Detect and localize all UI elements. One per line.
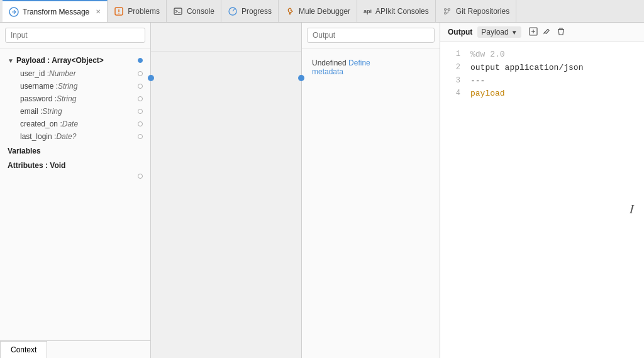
tab-apikit-consoles[interactable]: api APIkit Consoles (357, 0, 436, 23)
console-icon (173, 6, 183, 16)
main-layout: ▼ Payload : Array<Object> user_id : Numb… (0, 23, 644, 358)
tree-child-password: password : String (0, 92, 150, 105)
payload-label: Payload (481, 28, 508, 36)
define-link[interactable]: Define (348, 59, 370, 67)
field-type-email: String (42, 107, 62, 116)
svg-point-8 (448, 8, 450, 10)
delete-icon[interactable] (557, 27, 565, 38)
field-name-last_login: last_login : (20, 132, 56, 141)
tab-problems-label: Problems (128, 7, 160, 16)
payload-badge[interactable]: Payload ▼ (477, 26, 521, 38)
connector-area (151, 52, 301, 358)
tab-progress-label: Progress (242, 7, 272, 16)
undefined-section: Undefined Define metadata (302, 48, 440, 86)
tab-console[interactable]: Console (167, 0, 221, 23)
connector-dot-user_id (138, 71, 143, 76)
payload-dropdown-icon: ▼ (511, 29, 518, 36)
tab-git-repositories[interactable]: Git Repositories (436, 0, 516, 23)
middle-panel (151, 23, 302, 358)
line-content-2: output application/json (470, 62, 583, 75)
tab-mule-debugger-label: Mule Debugger (299, 7, 350, 16)
line-num-2: 2 (450, 62, 460, 75)
connector-dot-root (138, 58, 143, 63)
field-type-password: String (57, 94, 76, 103)
undefined-text: Undefined (312, 59, 347, 67)
tab-problems[interactable]: Problems (108, 0, 167, 23)
metadata-link[interactable]: metadata (312, 67, 343, 76)
code-line-3: 3 --- (450, 75, 634, 88)
add-icon[interactable] (529, 27, 538, 38)
field-name-created_on: created_on : (20, 120, 62, 128)
tab-close-icon[interactable]: ✕ (96, 8, 101, 15)
connector-filled-left (148, 75, 154, 81)
output-search-input[interactable] (307, 28, 435, 43)
tree-root-label: Payload : Array<Object> (16, 56, 104, 65)
tree-child-created_on: created_on : Date (0, 118, 150, 130)
svg-point-7 (444, 8, 446, 10)
code-line-2: 2 output application/json (450, 62, 634, 75)
tree-area: ▼ Payload : Array<Object> user_id : Numb… (0, 48, 150, 340)
section-variables[interactable]: Variables (0, 143, 150, 157)
git-icon (442, 6, 452, 16)
input-search-input[interactable] (5, 28, 145, 43)
tree-child-last_login: last_login : Date? (0, 130, 150, 143)
code-line-4: 4 payload (450, 87, 634, 101)
code-panel-header: Output Payload ▼ (440, 23, 644, 42)
output-header-title: Output (448, 28, 472, 36)
problems-icon (114, 6, 124, 16)
connector-dot-email (138, 109, 143, 114)
svg-point-3 (118, 13, 119, 14)
mule-debugger-icon (285, 6, 295, 16)
connector-dot-last_login (138, 134, 143, 139)
tree-root-payload[interactable]: ▼ Payload : Array<Object> (0, 53, 150, 67)
tab-mule-debugger[interactable]: Mule Debugger (279, 0, 357, 23)
line-content-4: payload (470, 87, 505, 101)
tree-child-email: email : String (0, 105, 150, 118)
field-type-last_login: Date? (56, 132, 76, 141)
tab-bar: Transform Message ✕ Problems Console Pro… (0, 0, 644, 23)
connector-dot-password (138, 96, 143, 101)
connector-dot-created_on (138, 121, 143, 126)
tree-child-username: username : String (0, 80, 150, 92)
tree-child-user_id: user_id : Number (0, 67, 150, 80)
svg-point-9 (444, 12, 446, 14)
field-name-password: password : (20, 94, 57, 103)
tab-transform-message[interactable]: Transform Message ✕ (3, 0, 108, 23)
context-tab-label[interactable]: Context (0, 341, 47, 358)
code-body[interactable]: 1 %dw 2.0 2 output application/json 3 --… (440, 42, 644, 358)
apikit-icon: api (364, 8, 372, 14)
tree-arrow-icon: ▼ (8, 57, 14, 64)
tab-progress[interactable]: Progress (221, 0, 279, 23)
tab-console-label: Console (187, 7, 214, 16)
line-num-3: 3 (450, 75, 460, 88)
connector-dot-attributes (138, 174, 143, 179)
field-type-username: String (58, 82, 77, 91)
cursor-indicator: 𝐼 (630, 200, 634, 220)
line-content-3: --- (470, 75, 485, 88)
tab-git-label: Git Repositories (456, 7, 509, 16)
output-search-box (302, 23, 440, 48)
field-type-user_id: Number (49, 69, 76, 78)
line-content-1: %dw 2.0 (470, 48, 505, 62)
header-icons (529, 27, 565, 38)
field-name-username: username : (20, 82, 58, 91)
input-search-box (0, 23, 150, 48)
progress-icon (228, 6, 238, 16)
connector-dot-username (138, 84, 143, 89)
field-type-created_on: Date (62, 120, 78, 128)
code-panel: Output Payload ▼ 1 %dw 2.0 (440, 23, 644, 358)
field-name-user_id: user_id : (20, 69, 49, 78)
line-num-1: 1 (450, 48, 460, 62)
section-attributes[interactable]: Attributes : Void (0, 157, 150, 172)
transform-icon (9, 7, 19, 17)
svg-point-6 (289, 13, 291, 14)
tab-transform-label: Transform Message (23, 8, 89, 16)
tab-apikit-label: APIkit Consoles (375, 7, 429, 16)
connector-filled-right (298, 75, 304, 81)
line-num-4: 4 (450, 87, 460, 101)
field-name-email: email : (20, 107, 42, 116)
edit-icon[interactable] (543, 27, 552, 38)
context-tab-area: Context (0, 340, 150, 358)
code-line-1: 1 %dw 2.0 (450, 48, 634, 62)
output-left-panel: Undefined Define metadata (302, 23, 440, 358)
